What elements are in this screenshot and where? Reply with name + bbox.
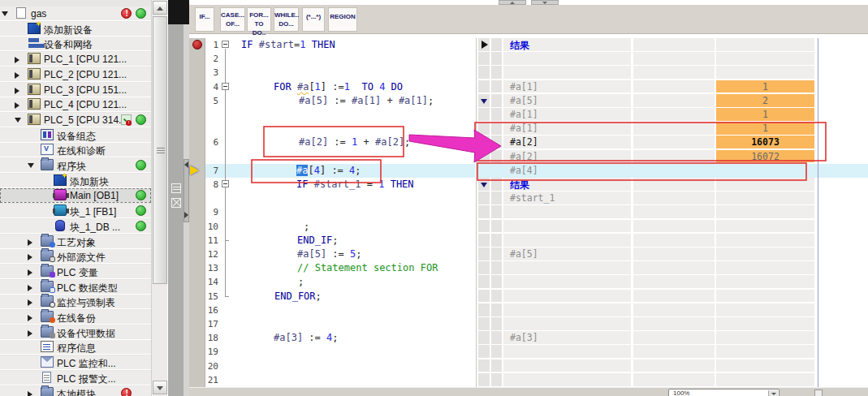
tree-item--[interactable]: 设备代理数据 — [0, 325, 151, 340]
monitor-cell-name[interactable]: #a[4] — [503, 164, 631, 177]
tree-item--_1-fb1-[interactable]: 块_1 [FB1] — [0, 204, 151, 218]
collapse-right-icon[interactable] — [184, 212, 188, 218]
code-line-15[interactable]: END_FOR; — [274, 291, 322, 302]
tree-item--_1_db-[interactable]: 块_1_DB ... — [0, 219, 151, 234]
code-line-1[interactable]: IF #start=1 THEN — [241, 39, 335, 50]
monitor-cell-val[interactable] — [716, 331, 814, 344]
toolbar-button-caseof[interactable]: CASE... OF... — [220, 7, 245, 32]
tree-item--[interactable]: 在线备份 — [0, 310, 151, 325]
monitor-expander-down-icon[interactable] — [481, 99, 487, 104]
code-line-13[interactable]: // Statement section FOR — [297, 262, 438, 273]
monitor-cell-exp[interactable] — [478, 136, 490, 148]
code-line-7[interactable]: #a[4] := 4; — [296, 165, 361, 176]
fold-collapse-box[interactable] — [222, 41, 229, 48]
tree-item--[interactable]: 程序信息 — [0, 340, 151, 355]
monitor-cell-val[interactable]: 2 — [716, 94, 814, 107]
tree-scrollbar[interactable] — [151, 0, 167, 396]
tree-item-plc_3-cpu-151-[interactable]: PLC_3 [CPU 151... — [0, 83, 151, 97]
chevron-right-icon[interactable] — [28, 299, 32, 306]
monitor-cell-exp[interactable] — [478, 178, 490, 191]
tree-item--[interactable]: 本地模块 — [0, 386, 151, 396]
monitor-play-icon[interactable] — [482, 41, 488, 49]
tree-item-plc-[interactable]: PLC 数据类型 — [0, 280, 151, 295]
monitor-cell-val[interactable] — [716, 192, 814, 204]
chevron-right-icon[interactable] — [28, 391, 32, 396]
breakpoint-icon[interactable] — [192, 40, 202, 50]
chevron-right-icon[interactable] — [28, 330, 32, 337]
monitor-cell-val[interactable]: 1 — [716, 108, 814, 121]
monitor-cell-name[interactable]: #a[3] — [503, 331, 631, 344]
chevron-right-icon[interactable] — [15, 72, 19, 79]
tree-item--[interactable]: 在线和诊断 — [0, 143, 151, 157]
toolbar-button-region[interactable]: REGION — [328, 7, 357, 32]
chevron-right-icon[interactable] — [15, 57, 19, 63]
monitor-cell-val[interactable]: 16072 — [716, 150, 814, 163]
tree-scroll-down-button[interactable] — [153, 381, 167, 394]
monitor-cell-val[interactable] — [716, 164, 814, 177]
tree-item--[interactable]: 设备和网络 — [0, 37, 151, 51]
monitor-cell-name[interactable]: #a[2] — [503, 136, 631, 148]
monitor-cell-name[interactable]: #a[1] — [503, 80, 631, 93]
chevron-right-icon[interactable] — [28, 254, 32, 260]
toolbar-button-if[interactable]: IF... — [195, 7, 214, 32]
monitor-cell-name[interactable]: #a[2] — [503, 150, 631, 163]
tree-item--[interactable]: 程序块 — [0, 158, 151, 173]
tree-item-plc-[interactable]: PLC 报警文... — [0, 371, 151, 385]
monitor-cell-name[interactable]: #a[5] — [503, 248, 631, 260]
chevron-right-icon[interactable] — [28, 269, 32, 276]
tree-item--[interactable]: 添加新块 — [0, 174, 151, 188]
monitor-expander-down-icon[interactable] — [481, 140, 487, 145]
tree-item--[interactable]: 添加新设备 — [0, 22, 151, 37]
toolbar-button-fortodo[interactable]: FOR... TO DO.. — [247, 7, 271, 32]
tree-item-plc_4-cpu-121-[interactable]: PLC_4 [CPU 121... — [0, 97, 151, 112]
code-line-12[interactable]: #a[5] := 5; — [297, 248, 362, 260]
monitor-cell-exp[interactable] — [478, 331, 490, 344]
tree-item-plc-[interactable]: PLC 变量 — [0, 265, 151, 279]
tree-item--[interactable]: 外部源文件 — [0, 249, 151, 264]
fold-collapse-box[interactable] — [222, 180, 229, 187]
scl-code-editor[interactable]: 1IF #start=1 THEN234FOR #a[1] :=1 TO 4 D… — [205, 38, 475, 387]
monitor-cell-exp[interactable] — [478, 150, 490, 163]
code-line-5[interactable]: #a[5] := #a[1] + #a[1]; — [299, 95, 434, 106]
monitor-cell-name[interactable]: 结果 — [503, 178, 631, 191]
monitor-cell-exp[interactable] — [478, 80, 490, 93]
code-line-18[interactable]: #a[3] := 4; — [274, 332, 339, 343]
monitor-cell-val[interactable] — [716, 38, 814, 51]
code-line-14[interactable]: ; — [298, 276, 304, 287]
chevron-right-icon[interactable] — [28, 315, 32, 321]
toolbar-button-whiledo[interactable]: WHILE.. DO... — [274, 7, 299, 32]
monitor-cell-val[interactable] — [716, 248, 814, 260]
code-line-8[interactable]: IF #start_1 = 1 THEN — [296, 179, 414, 190]
chevron-right-icon[interactable] — [15, 102, 19, 109]
panel-splitter[interactable] — [168, 0, 189, 396]
monitor-cell-val[interactable]: 1 — [716, 122, 814, 135]
monitor-cell-exp[interactable] — [478, 38, 490, 51]
monitor-cell-name[interactable]: #a[1] — [503, 108, 631, 121]
code-line-11[interactable]: END_IF; — [297, 235, 339, 246]
zoom-control[interactable]: 100% — [668, 389, 779, 396]
tree-item-plc-[interactable]: PLC 监控和... — [0, 355, 151, 370]
collapse-left-icon[interactable] — [184, 161, 188, 168]
editor-breakpoint-gutter[interactable] — [189, 38, 205, 387]
code-line-4[interactable]: FOR #a[1] :=1 TO 4 DO — [274, 81, 403, 93]
monitor-cell-exp[interactable] — [478, 122, 490, 135]
tree-item--[interactable]: 工艺对象 — [0, 235, 151, 249]
monitor-cell-name[interactable]: #a[5] — [503, 94, 631, 107]
chevron-right-icon[interactable] — [15, 88, 19, 94]
monitor-cell-exp[interactable] — [478, 108, 490, 121]
toolbar-button-[interactable]: (*...*) — [302, 7, 325, 32]
chevron-right-icon[interactable] — [28, 285, 32, 291]
zoom-dropdown-button[interactable] — [768, 390, 778, 396]
tree-item-plc_2-cpu-121-[interactable]: PLC_2 [CPU 121... — [0, 67, 151, 82]
splitter-vertical-tab[interactable] — [171, 182, 183, 217]
code-line-6[interactable]: #a[2] := 1 + #a[2]; — [299, 136, 410, 148]
monitor-cell-val[interactable]: 1 — [716, 80, 814, 93]
monitor-cell-exp[interactable] — [478, 94, 490, 107]
monitor-cell-val[interactable]: 16073 — [716, 136, 814, 148]
tree-item--[interactable]: 设备组态 — [0, 128, 151, 143]
chevron-down-icon[interactable] — [28, 163, 34, 168]
chevron-down-icon[interactable] — [15, 118, 21, 123]
tree-item-plc_1-cpu-121-[interactable]: PLC_1 [CPU 121... — [0, 52, 151, 67]
chevron-down-icon[interactable] — [2, 11, 8, 16]
monitor-cell-name[interactable]: 结果 — [503, 38, 631, 51]
